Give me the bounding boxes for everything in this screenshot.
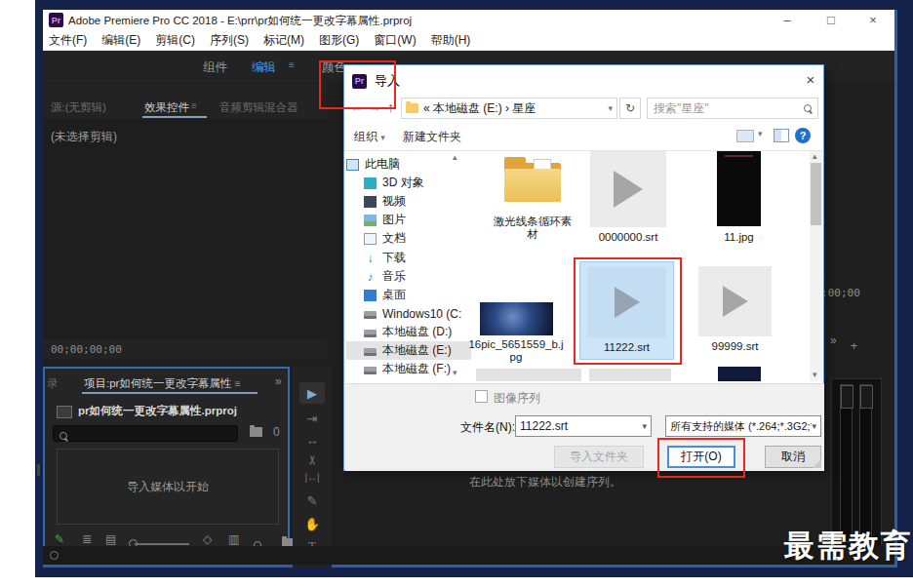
file-item-folder[interactable]: 激光线条循环素材 — [489, 157, 576, 241]
sidebar-item-drive-e[interactable]: 本地磁盘 (E:) — [346, 341, 471, 360]
zoom-slider-track[interactable] — [135, 543, 189, 545]
pen-tool[interactable]: ✎ — [293, 493, 332, 508]
project-writable-icon[interactable]: ✎ — [55, 532, 64, 546]
address-dropdown-icon[interactable]: ▾ — [608, 103, 613, 113]
menu-file[interactable]: 文件(F) — [49, 32, 87, 49]
play-icon — [615, 287, 640, 318]
forward-button[interactable]: → — [368, 99, 381, 115]
add-track-icon[interactable]: + — [851, 339, 857, 353]
sidebar-item-music[interactable]: ♪音乐 — [346, 267, 471, 286]
help-button[interactable]: ? — [795, 128, 811, 143]
file-list-scrollbar[interactable]: ▴ ▾ — [810, 151, 822, 381]
view-mode-dropdown-icon[interactable]: ▾ — [758, 129, 763, 138]
icon-view-icon[interactable]: ▤ — [105, 532, 116, 546]
file-item-srt-selected[interactable]: 11222.srt — [579, 261, 674, 360]
tab-source-monitor[interactable]: 源:(无剪辑) — [51, 100, 106, 115]
menu-edit[interactable]: 编辑(E) — [101, 32, 140, 49]
import-folder-button: 导入文件夹 — [554, 446, 644, 468]
active-tab-underline — [142, 116, 207, 118]
file-name: 激光线条循环素材 — [489, 216, 576, 241]
drive-icon — [364, 311, 377, 319]
filename-input[interactable]: 11222.srt ▾ — [515, 415, 652, 437]
selection-tool[interactable]: ▶ — [299, 382, 325, 404]
organize-button[interactable]: 组织 ▾ — [354, 129, 385, 145]
dialog-close-button[interactable]: × — [799, 71, 822, 88]
bin-icon[interactable] — [250, 427, 262, 437]
preview-pane-icon[interactable] — [774, 129, 789, 142]
sidebar-item-3d-objects[interactable]: 3D 对象 — [346, 174, 471, 192]
panel-resize-handle[interactable] — [37, 464, 40, 476]
menu-markers[interactable]: 标记(M) — [263, 32, 304, 49]
new-folder-button[interactable]: 新建文件夹 — [403, 129, 461, 145]
menu-sequence[interactable]: 序列(S) — [210, 32, 249, 49]
audio-meter-left — [840, 384, 853, 542]
sidebar-item-pictures[interactable]: 图片 — [346, 211, 471, 229]
up-button[interactable]: ↑ — [387, 99, 394, 115]
sidebar-scroll-up-icon[interactable]: ▴ — [453, 152, 457, 162]
sidebar-item-documents[interactable]: 文档 — [346, 229, 471, 248]
sidebar-item-this-pc[interactable]: 此电脑 — [346, 155, 454, 174]
project-search-input[interactable] — [53, 425, 238, 442]
razor-tool[interactable]: ✂ — [293, 452, 332, 467]
menu-window[interactable]: 窗口(W) — [374, 32, 416, 49]
scrollbar-thumb[interactable] — [811, 163, 821, 225]
sidebar-item-downloads[interactable]: ↓下载 — [346, 249, 471, 267]
minimize-button[interactable]: – — [773, 13, 802, 27]
tab-effect-controls[interactable]: 效果控件 — [144, 100, 189, 115]
filename-value: 11222.srt — [520, 419, 642, 433]
hand-tool[interactable]: ✋ — [293, 517, 332, 531]
open-button[interactable]: 打开(O) — [667, 446, 735, 468]
tab-project[interactable]: 项目:pr如何统一更改字幕属性 ≡ — [84, 376, 240, 391]
find-filmstrip-icon[interactable]: ▥ — [228, 532, 239, 546]
file-item-srt[interactable]: 0000000.srt — [590, 151, 666, 244]
file-item-galaxy-jpg[interactable]: 16pic_5651559_b.jpg — [467, 302, 565, 364]
refresh-button[interactable]: ↻ — [619, 98, 641, 119]
menu-clip[interactable]: 剪辑(C) — [155, 32, 195, 49]
chevron-down-icon[interactable]: ▾ — [642, 421, 647, 431]
clipped-file-row — [476, 369, 581, 381]
clipped-file-row — [589, 369, 671, 381]
resize-grip[interactable] — [813, 459, 821, 468]
workspace-tab-editing[interactable]: 编辑 — [252, 59, 276, 76]
chevron-down-icon[interactable]: ▾ — [812, 421, 816, 431]
search-input[interactable]: 搜索"星座" — [647, 98, 818, 119]
workspace-menu-icon[interactable]: ≡ — [289, 59, 295, 70]
tools-panel: ▶ ⇥ ↔ ✂ |↔| ✎ ✋ T — [293, 367, 332, 568]
automate-to-sequence-icon[interactable]: ◇ — [203, 532, 212, 546]
timeline-overflow-icon[interactable]: » — [830, 333, 837, 347]
sidebar-scroll-down-icon[interactable]: ▾ — [453, 368, 457, 377]
documents-icon — [364, 233, 377, 245]
sidebar-item-drive-c[interactable]: Windows10 (C: — [346, 304, 471, 323]
clipped-panel-tab[interactable]: 录 — [47, 376, 59, 391]
ripple-edit-tool[interactable]: ↔ — [293, 433, 332, 448]
back-button[interactable]: ← — [350, 99, 364, 115]
active-tab-underline — [82, 392, 258, 394]
downloads-icon: ↓ — [364, 253, 377, 264]
maximize-button[interactable]: □ — [816, 13, 846, 27]
search-placeholder: 搜索"星座" — [654, 100, 804, 117]
sidebar-item-drive-d[interactable]: 本地磁盘 (D:) — [346, 323, 471, 341]
effect-controls-menu-icon[interactable]: ≡ — [191, 100, 197, 111]
workspace-tab-assembly[interactable]: 组件 — [203, 59, 227, 76]
list-view-icon[interactable]: ≣ — [82, 532, 92, 546]
menu-graphics[interactable]: 图形(G) — [319, 32, 359, 49]
import-media-dropzone[interactable]: 导入媒体以开始 — [57, 449, 279, 525]
menu-help[interactable]: 帮助(H) — [431, 32, 471, 49]
close-button[interactable]: × — [858, 13, 888, 27]
project-file-name[interactable]: pr如何统一更改字幕属性.prproj — [78, 404, 237, 418]
file-item-jpg[interactable]: 11.jpg — [697, 151, 780, 244]
tab-audio-mixer[interactable]: 音频剪辑混合器 — [219, 100, 298, 115]
view-mode-icon[interactable] — [736, 130, 754, 142]
project-menu-icon[interactable]: ≡ — [235, 378, 241, 389]
sidebar-item-videos[interactable]: 视频 — [346, 192, 471, 211]
track-select-tool[interactable]: ⇥ — [293, 412, 332, 426]
panel-overflow-icon[interactable]: » — [275, 374, 282, 388]
sidebar-item-desktop[interactable]: 桌面 — [346, 286, 471, 304]
scroll-down-icon[interactable]: ▾ — [813, 370, 817, 379]
file-item-srt[interactable]: 99999.srt — [698, 266, 772, 353]
image-sequence-checkbox[interactable] — [475, 390, 488, 403]
scroll-up-icon[interactable]: ▴ — [813, 151, 817, 161]
filetype-select[interactable]: 所有支持的媒体 (*.264;*.3G2;* ▾ — [665, 415, 821, 437]
address-bar[interactable]: « 本地磁盘 (E:) › 星座 ▾ — [401, 98, 617, 119]
slip-tool[interactable]: |↔| — [293, 472, 332, 483]
